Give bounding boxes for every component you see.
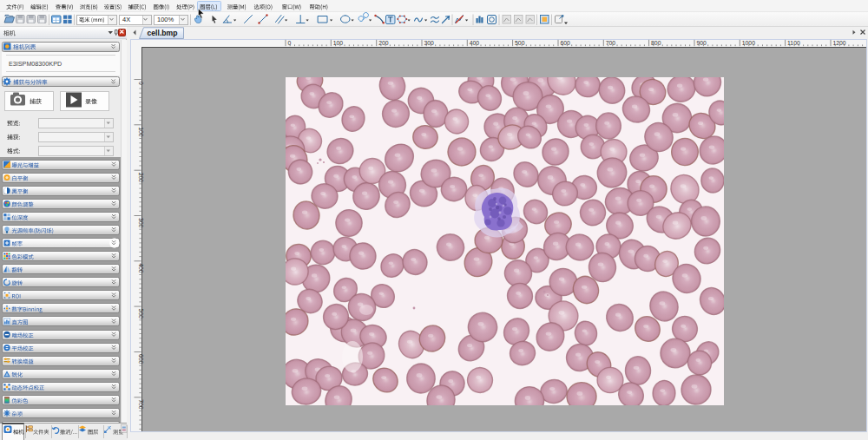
svg-text:400: 400 — [138, 263, 144, 273]
svg-text:0: 0 — [138, 82, 144, 85]
svg-text:100: 100 — [333, 40, 344, 46]
svg-text:900: 900 — [697, 40, 707, 46]
svg-text:1100: 1100 — [787, 40, 800, 46]
svg-text:700: 700 — [606, 40, 616, 46]
svg-text:600: 600 — [138, 354, 144, 364]
svg-text:400: 400 — [470, 40, 480, 46]
svg-text:800: 800 — [651, 40, 661, 46]
svg-text:700: 700 — [138, 399, 144, 410]
svg-text:300: 300 — [424, 40, 435, 46]
svg-text:1000: 1000 — [742, 40, 755, 46]
svg-text:500: 500 — [515, 40, 525, 46]
svg-text:0: 0 — [288, 40, 292, 46]
svg-text:200: 200 — [378, 40, 389, 46]
svg-text:1200: 1200 — [833, 40, 846, 46]
svg-text:200: 200 — [138, 173, 144, 183]
svg-text:100: 100 — [138, 127, 144, 137]
svg-text:cell.bmp: cell.bmp — [148, 29, 178, 37]
svg-text:300: 300 — [138, 218, 144, 228]
svg-text:600: 600 — [561, 40, 571, 46]
svg-text:500: 500 — [138, 309, 144, 319]
